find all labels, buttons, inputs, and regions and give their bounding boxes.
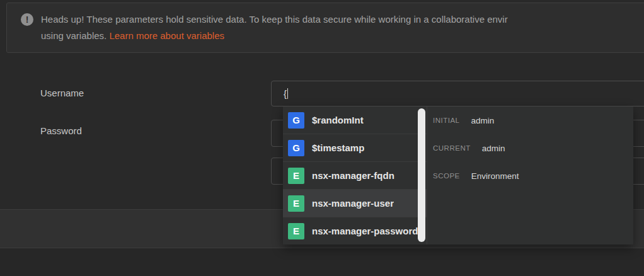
- detail-value: admin: [471, 116, 494, 125]
- variable-scope-icon: E: [288, 223, 304, 239]
- list-scrollbar[interactable]: [418, 108, 425, 242]
- exclamation-icon: !: [21, 13, 33, 26]
- detail-value: Environment: [471, 171, 519, 181]
- bottom-strip: [0, 248, 644, 276]
- variable-scope-icon: E: [288, 168, 304, 184]
- variable-item-label: nsx-manager-fqdn: [312, 170, 394, 181]
- username-label: Username: [40, 88, 84, 98]
- variable-scope-icon: G: [288, 112, 304, 129]
- variable-item[interactable]: Ensx-manager-fqdn: [283, 161, 427, 189]
- sensitive-data-warning-banner: ! Heads up! These parameters hold sensit…: [6, 3, 644, 53]
- text-cursor: [287, 88, 288, 99]
- detail-value: admin: [482, 144, 505, 153]
- username-input[interactable]: {: [271, 81, 644, 106]
- variable-detail-row: INITIALadmin: [433, 116, 633, 144]
- variable-scope-icon: G: [288, 140, 304, 156]
- detail-label: INITIAL: [433, 116, 459, 124]
- detail-label: CURRENT: [433, 144, 471, 152]
- variable-item[interactable]: G$timestamp: [283, 134, 427, 161]
- variable-item[interactable]: Ensx-manager-password: [283, 217, 427, 244]
- password-label: Password: [40, 125, 82, 136]
- variable-item-label: $timestamp: [312, 142, 364, 153]
- warning-text-line1: Heads up! These parameters hold sensitiv…: [41, 11, 644, 28]
- variable-item-label: $randomInt: [312, 115, 364, 125]
- warning-text-line2: using variables. Learn more about variab…: [41, 28, 644, 44]
- warning-text: Heads up! These parameters hold sensitiv…: [41, 11, 644, 44]
- variable-detail-panel: INITIALadminCURRENTadminSCOPEEnvironment: [427, 106, 633, 244]
- variable-scope-icon: E: [288, 195, 304, 212]
- learn-more-variables-link[interactable]: Learn more about variables: [109, 30, 224, 41]
- variable-item[interactable]: Ensx-manager-user: [283, 189, 427, 217]
- variable-detail-row: SCOPEEnvironment: [433, 171, 633, 199]
- variable-item[interactable]: G$randomInt: [283, 106, 427, 134]
- variable-item-label: nsx-manager-user: [312, 198, 394, 209]
- variable-autocomplete-popup: G$randomIntG$timestampEnsx-manager-fqdnE…: [283, 106, 633, 244]
- detail-label: SCOPE: [433, 171, 460, 180]
- variable-list: G$randomIntG$timestampEnsx-manager-fqdnE…: [283, 106, 427, 244]
- username-input-value: {: [284, 88, 287, 99]
- variable-detail-row: CURRENTadmin: [433, 144, 633, 171]
- warning-text-line2-prefix: using variables.: [41, 30, 109, 41]
- variable-item-label: nsx-manager-password: [312, 226, 418, 236]
